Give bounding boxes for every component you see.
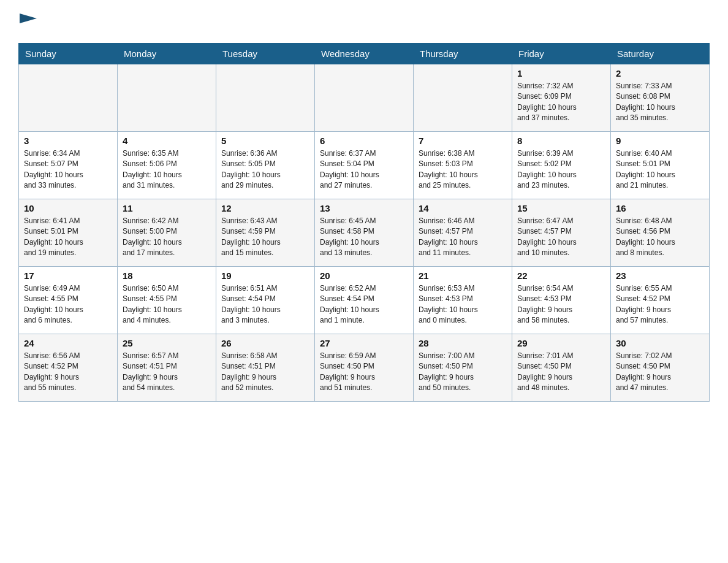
day-info: Sunrise: 7:00 AMSunset: 4:50 PMDaylight:… bbox=[419, 351, 507, 394]
calendar-day-cell bbox=[19, 64, 118, 132]
calendar-day-cell: 22Sunrise: 6:54 AMSunset: 4:53 PMDayligh… bbox=[512, 267, 611, 334]
calendar-day-cell: 8Sunrise: 6:39 AMSunset: 5:02 PMDaylight… bbox=[512, 132, 611, 199]
day-number: 11 bbox=[123, 203, 211, 213]
day-info: Sunrise: 6:57 AMSunset: 4:51 PMDaylight:… bbox=[123, 351, 211, 394]
day-number: 2 bbox=[616, 68, 704, 79]
day-info: Sunrise: 6:35 AMSunset: 5:06 PMDaylight:… bbox=[123, 148, 211, 191]
calendar-day-cell: 2Sunrise: 7:33 AMSunset: 6:08 PMDaylight… bbox=[611, 64, 710, 132]
calendar-day-cell: 25Sunrise: 6:57 AMSunset: 4:51 PMDayligh… bbox=[118, 334, 216, 402]
calendar-table: Sunday Monday Tuesday Wednesday Thursday… bbox=[18, 43, 710, 402]
logo-flag-icon bbox=[20, 13, 37, 31]
calendar-day-cell: 26Sunrise: 6:58 AMSunset: 4:51 PMDayligh… bbox=[216, 334, 315, 402]
calendar-day-cell: 6Sunrise: 6:37 AMSunset: 5:04 PMDaylight… bbox=[315, 132, 414, 199]
day-info: Sunrise: 6:42 AMSunset: 5:00 PMDaylight:… bbox=[123, 216, 211, 259]
page-header bbox=[18, 12, 710, 31]
day-info: Sunrise: 6:56 AMSunset: 4:52 PMDaylight:… bbox=[24, 351, 112, 394]
calendar-day-cell: 29Sunrise: 7:01 AMSunset: 4:50 PMDayligh… bbox=[512, 334, 611, 402]
day-number: 24 bbox=[24, 338, 112, 348]
day-info: Sunrise: 6:36 AMSunset: 5:05 PMDaylight:… bbox=[221, 148, 309, 191]
day-number: 15 bbox=[517, 203, 605, 213]
calendar-day-cell bbox=[315, 64, 414, 132]
day-number: 3 bbox=[24, 136, 112, 146]
day-info: Sunrise: 6:51 AMSunset: 4:54 PMDaylight:… bbox=[221, 283, 309, 326]
calendar-day-cell bbox=[118, 64, 216, 132]
day-info: Sunrise: 6:34 AMSunset: 5:07 PMDaylight:… bbox=[24, 148, 112, 191]
header-sunday: Sunday bbox=[19, 44, 118, 64]
day-number: 8 bbox=[517, 136, 605, 146]
day-number: 5 bbox=[221, 136, 309, 146]
day-info: Sunrise: 6:54 AMSunset: 4:53 PMDaylight:… bbox=[517, 283, 605, 326]
day-number: 22 bbox=[517, 270, 605, 281]
day-number: 17 bbox=[24, 270, 112, 281]
calendar-day-cell: 20Sunrise: 6:52 AMSunset: 4:54 PMDayligh… bbox=[315, 267, 414, 334]
day-number: 29 bbox=[517, 338, 605, 348]
day-info: Sunrise: 6:55 AMSunset: 4:52 PMDaylight:… bbox=[616, 283, 704, 326]
calendar-day-cell: 30Sunrise: 7:02 AMSunset: 4:50 PMDayligh… bbox=[611, 334, 710, 402]
day-number: 12 bbox=[221, 203, 309, 213]
day-number: 28 bbox=[419, 338, 507, 348]
calendar-day-cell: 28Sunrise: 7:00 AMSunset: 4:50 PMDayligh… bbox=[414, 334, 512, 402]
day-number: 1 bbox=[517, 68, 605, 79]
calendar-day-cell: 9Sunrise: 6:40 AMSunset: 5:01 PMDaylight… bbox=[611, 132, 710, 199]
calendar-week-row: 10Sunrise: 6:41 AMSunset: 5:01 PMDayligh… bbox=[19, 199, 710, 267]
weekday-header-row: Sunday Monday Tuesday Wednesday Thursday… bbox=[19, 44, 710, 64]
day-info: Sunrise: 7:01 AMSunset: 4:50 PMDaylight:… bbox=[517, 351, 605, 394]
calendar-body: 1Sunrise: 7:32 AMSunset: 6:09 PMDaylight… bbox=[19, 64, 710, 402]
day-info: Sunrise: 6:37 AMSunset: 5:04 PMDaylight:… bbox=[320, 148, 408, 191]
calendar-week-row: 3Sunrise: 6:34 AMSunset: 5:07 PMDaylight… bbox=[19, 132, 710, 199]
header-thursday: Thursday bbox=[414, 44, 512, 64]
calendar-day-cell: 19Sunrise: 6:51 AMSunset: 4:54 PMDayligh… bbox=[216, 267, 315, 334]
calendar-day-cell: 24Sunrise: 6:56 AMSunset: 4:52 PMDayligh… bbox=[19, 334, 118, 402]
calendar-day-cell: 21Sunrise: 6:53 AMSunset: 4:53 PMDayligh… bbox=[414, 267, 512, 334]
calendar-day-cell bbox=[216, 64, 315, 132]
header-friday: Friday bbox=[512, 44, 611, 64]
calendar-day-cell: 4Sunrise: 6:35 AMSunset: 5:06 PMDaylight… bbox=[118, 132, 216, 199]
day-number: 7 bbox=[419, 136, 507, 146]
day-info: Sunrise: 6:53 AMSunset: 4:53 PMDaylight:… bbox=[419, 283, 507, 326]
calendar-day-cell: 16Sunrise: 6:48 AMSunset: 4:56 PMDayligh… bbox=[611, 199, 710, 267]
svg-marker-0 bbox=[20, 13, 37, 23]
day-info: Sunrise: 7:32 AMSunset: 6:09 PMDaylight:… bbox=[517, 81, 605, 124]
day-number: 21 bbox=[419, 270, 507, 281]
day-number: 26 bbox=[221, 338, 309, 348]
day-info: Sunrise: 6:48 AMSunset: 4:56 PMDaylight:… bbox=[616, 216, 704, 259]
day-info: Sunrise: 6:46 AMSunset: 4:57 PMDaylight:… bbox=[419, 216, 507, 259]
day-info: Sunrise: 6:41 AMSunset: 5:01 PMDaylight:… bbox=[24, 216, 112, 259]
calendar-week-row: 17Sunrise: 6:49 AMSunset: 4:55 PMDayligh… bbox=[19, 267, 710, 334]
day-number: 27 bbox=[320, 338, 408, 348]
day-number: 9 bbox=[616, 136, 704, 146]
day-info: Sunrise: 6:59 AMSunset: 4:50 PMDaylight:… bbox=[320, 351, 408, 394]
calendar-day-cell: 13Sunrise: 6:45 AMSunset: 4:58 PMDayligh… bbox=[315, 199, 414, 267]
calendar-week-row: 24Sunrise: 6:56 AMSunset: 4:52 PMDayligh… bbox=[19, 334, 710, 402]
calendar-day-cell: 18Sunrise: 6:50 AMSunset: 4:55 PMDayligh… bbox=[118, 267, 216, 334]
calendar-header: Sunday Monday Tuesday Wednesday Thursday… bbox=[19, 44, 710, 64]
day-info: Sunrise: 6:45 AMSunset: 4:58 PMDaylight:… bbox=[320, 216, 408, 259]
day-info: Sunrise: 6:52 AMSunset: 4:54 PMDaylight:… bbox=[320, 283, 408, 326]
day-number: 4 bbox=[123, 136, 211, 146]
calendar-day-cell: 14Sunrise: 6:46 AMSunset: 4:57 PMDayligh… bbox=[414, 199, 512, 267]
calendar-day-cell: 27Sunrise: 6:59 AMSunset: 4:50 PMDayligh… bbox=[315, 334, 414, 402]
day-number: 10 bbox=[24, 203, 112, 213]
calendar-day-cell: 7Sunrise: 6:38 AMSunset: 5:03 PMDaylight… bbox=[414, 132, 512, 199]
calendar-day-cell: 10Sunrise: 6:41 AMSunset: 5:01 PMDayligh… bbox=[19, 199, 118, 267]
day-info: Sunrise: 7:33 AMSunset: 6:08 PMDaylight:… bbox=[616, 81, 704, 124]
day-number: 16 bbox=[616, 203, 704, 213]
calendar-day-cell bbox=[414, 64, 512, 132]
day-info: Sunrise: 7:02 AMSunset: 4:50 PMDaylight:… bbox=[616, 351, 704, 394]
day-number: 25 bbox=[123, 338, 211, 348]
calendar-day-cell: 5Sunrise: 6:36 AMSunset: 5:05 PMDaylight… bbox=[216, 132, 315, 199]
calendar-day-cell: 17Sunrise: 6:49 AMSunset: 4:55 PMDayligh… bbox=[19, 267, 118, 334]
day-info: Sunrise: 6:47 AMSunset: 4:57 PMDaylight:… bbox=[517, 216, 605, 259]
header-monday: Monday bbox=[118, 44, 216, 64]
logo bbox=[18, 12, 37, 31]
day-info: Sunrise: 6:49 AMSunset: 4:55 PMDaylight:… bbox=[24, 283, 112, 326]
calendar-day-cell: 1Sunrise: 7:32 AMSunset: 6:09 PMDaylight… bbox=[512, 64, 611, 132]
day-number: 23 bbox=[616, 270, 704, 281]
day-info: Sunrise: 6:58 AMSunset: 4:51 PMDaylight:… bbox=[221, 351, 309, 394]
calendar-day-cell: 15Sunrise: 6:47 AMSunset: 4:57 PMDayligh… bbox=[512, 199, 611, 267]
day-info: Sunrise: 6:40 AMSunset: 5:01 PMDaylight:… bbox=[616, 148, 704, 191]
header-saturday: Saturday bbox=[611, 44, 710, 64]
day-number: 20 bbox=[320, 270, 408, 281]
day-number: 19 bbox=[221, 270, 309, 281]
day-number: 14 bbox=[419, 203, 507, 213]
